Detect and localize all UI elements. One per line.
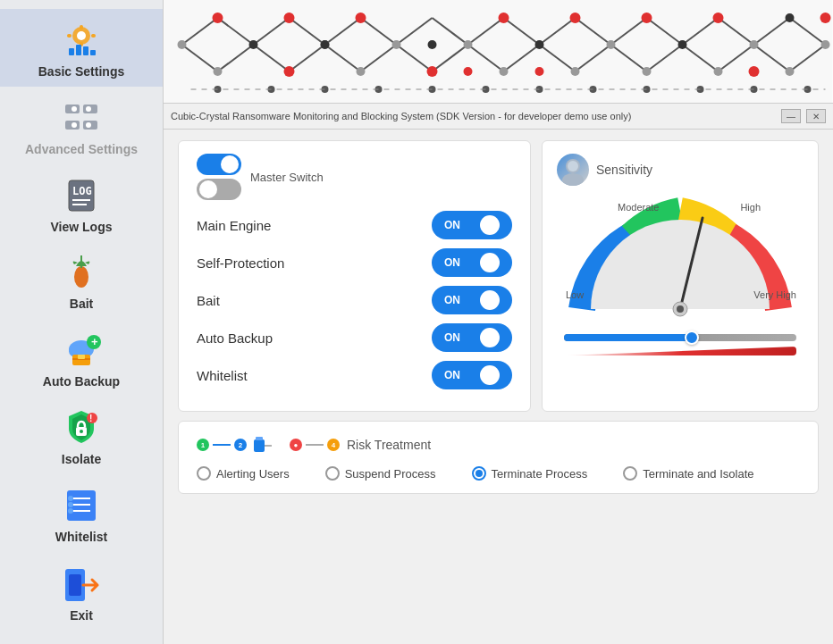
svg-point-109 bbox=[642, 13, 652, 23]
master-switch-label: Master Switch bbox=[250, 171, 324, 184]
master-switch-row: Master Switch bbox=[197, 154, 512, 200]
exit-button[interactable]: Exit bbox=[0, 552, 163, 636]
whitelist-toggle[interactable]: ON bbox=[432, 361, 512, 389]
risk-dots: 1 2 ● 4 bbox=[197, 434, 340, 456]
toggles-panel: Master Switch Main Engine ON Self-Protec… bbox=[178, 140, 531, 412]
auto-backup-toggle[interactable]: ON bbox=[432, 323, 512, 352]
svg-point-131 bbox=[568, 161, 578, 171]
sensitivity-slider-thumb[interactable] bbox=[685, 330, 699, 345]
sidebar-item-isolate[interactable]: ! Isolate bbox=[0, 397, 163, 474]
risk-line-2 bbox=[306, 444, 324, 446]
window-controls: — ✕ bbox=[781, 109, 826, 123]
sensitivity-red-bar bbox=[564, 347, 796, 355]
svg-point-111 bbox=[820, 13, 831, 23]
svg-point-103 bbox=[213, 13, 223, 23]
svg-point-130 bbox=[562, 173, 584, 186]
radio-terminate-isolate[interactable] bbox=[623, 466, 637, 481]
svg-point-110 bbox=[713, 13, 724, 23]
svg-point-87 bbox=[392, 40, 401, 49]
sensitivity-gauge: Moderate High Low Very High bbox=[564, 193, 796, 327]
svg-point-105 bbox=[356, 13, 366, 23]
svg-point-92 bbox=[643, 67, 652, 76]
gear-icon bbox=[60, 18, 103, 61]
close-button[interactable]: ✕ bbox=[806, 109, 826, 123]
svg-rect-46 bbox=[164, 0, 833, 103]
svg-point-83 bbox=[178, 40, 187, 49]
svg-point-43 bbox=[68, 508, 73, 514]
minimize-button[interactable]: — bbox=[781, 109, 801, 123]
risk-options: Alerting Users Suspend Process Terminate… bbox=[197, 466, 800, 481]
svg-rect-137 bbox=[256, 437, 263, 440]
svg-point-96 bbox=[821, 40, 830, 49]
advanced-icon bbox=[60, 96, 103, 138]
title-bar: Cubic-Crystal Ransomware Monitoring and … bbox=[164, 103, 833, 130]
svg-rect-7 bbox=[76, 45, 81, 55]
self-protection-toggle[interactable]: ON bbox=[432, 248, 512, 277]
isolate-label: Isolate bbox=[62, 452, 101, 467]
main-engine-label: Main Engine bbox=[197, 218, 271, 233]
self-protection-label: Self-Protection bbox=[197, 255, 284, 271]
svg-point-98 bbox=[321, 40, 330, 49]
sensitivity-slider-fill bbox=[564, 334, 692, 341]
svg-point-91 bbox=[607, 40, 616, 49]
svg-point-114 bbox=[535, 67, 544, 76]
sidebar-item-whitelist[interactable]: Whitelist bbox=[0, 474, 163, 552]
sensitivity-header: Sensitivity bbox=[557, 154, 804, 186]
exit-icon bbox=[62, 565, 101, 608]
svg-point-88 bbox=[464, 40, 473, 49]
risk-dot-1: 1 bbox=[197, 439, 209, 451]
toggle-row-main-engine: Main Engine ON bbox=[197, 211, 512, 239]
bait-toggle[interactable]: ON bbox=[432, 286, 512, 314]
svg-point-100 bbox=[535, 40, 544, 49]
radio-suspend[interactable] bbox=[325, 466, 340, 481]
isolate-icon: ! bbox=[60, 406, 103, 448]
sidebar-item-advanced-settings[interactable]: Advanced Settings bbox=[0, 87, 163, 164]
risk-option-terminate-isolate[interactable]: Terminate and Isolate bbox=[623, 466, 753, 481]
svg-rect-45 bbox=[69, 574, 81, 596]
bait-icon bbox=[60, 250, 103, 293]
radio-terminate-inner bbox=[475, 470, 483, 477]
logs-icon: LOG bbox=[60, 173, 103, 216]
master-switch-on-toggle[interactable] bbox=[197, 154, 241, 175]
risk-option-terminate-isolate-label: Terminate and Isolate bbox=[643, 467, 753, 481]
svg-point-102 bbox=[786, 13, 795, 22]
svg-point-41 bbox=[68, 496, 73, 501]
basic-settings-label: Basic Settings bbox=[38, 64, 124, 79]
risk-option-suspend[interactable]: Suspend Process bbox=[325, 466, 436, 481]
radio-alerting[interactable] bbox=[197, 466, 211, 481]
radio-terminate[interactable] bbox=[472, 466, 486, 481]
sidebar-item-view-logs[interactable]: LOG View Logs bbox=[0, 164, 163, 242]
risk-line-1 bbox=[213, 444, 231, 446]
top-row: Master Switch Main Engine ON Self-Protec… bbox=[178, 140, 819, 412]
svg-point-15 bbox=[86, 106, 91, 112]
sensitivity-slider-area bbox=[557, 334, 804, 355]
risk-header: 1 2 ● 4 Risk Treatment bbox=[197, 434, 800, 456]
svg-point-95 bbox=[786, 67, 795, 76]
svg-point-17 bbox=[86, 122, 91, 128]
risk-option-alerting[interactable]: Alerting Users bbox=[197, 466, 290, 481]
toggle-row-auto-backup: Auto Backup ON bbox=[197, 323, 512, 352]
svg-rect-5 bbox=[91, 34, 96, 38]
svg-point-107 bbox=[499, 13, 509, 23]
svg-rect-2 bbox=[80, 25, 83, 29]
main-engine-toggle[interactable]: ON bbox=[432, 211, 512, 239]
main-content: Cubic-Crystal Ransomware Monitoring and … bbox=[164, 0, 833, 644]
toggle-row-whitelist: Whitelist ON bbox=[197, 361, 512, 389]
sidebar-item-auto-backup[interactable]: + Auto Backup bbox=[0, 319, 163, 397]
master-switch-off-toggle[interactable] bbox=[197, 179, 241, 200]
sidebar-item-basic-settings[interactable]: Basic Settings bbox=[0, 9, 163, 87]
svg-point-1 bbox=[77, 31, 86, 40]
risk-option-terminate[interactable]: Terminate Process bbox=[472, 466, 588, 481]
svg-rect-8 bbox=[83, 46, 88, 55]
svg-point-94 bbox=[750, 40, 759, 49]
svg-point-97 bbox=[249, 40, 258, 49]
sidebar: Basic Settings Advanced Settings LOG bbox=[0, 0, 164, 644]
sensitivity-panel: Sensitivity bbox=[542, 140, 819, 412]
svg-rect-9 bbox=[90, 50, 96, 55]
bait-state: ON bbox=[444, 294, 460, 306]
main-engine-state: ON bbox=[444, 219, 460, 231]
svg-rect-4 bbox=[67, 34, 72, 38]
sidebar-item-bait[interactable]: Bait bbox=[0, 241, 163, 319]
svg-rect-30 bbox=[78, 355, 85, 359]
svg-point-99 bbox=[428, 40, 437, 49]
